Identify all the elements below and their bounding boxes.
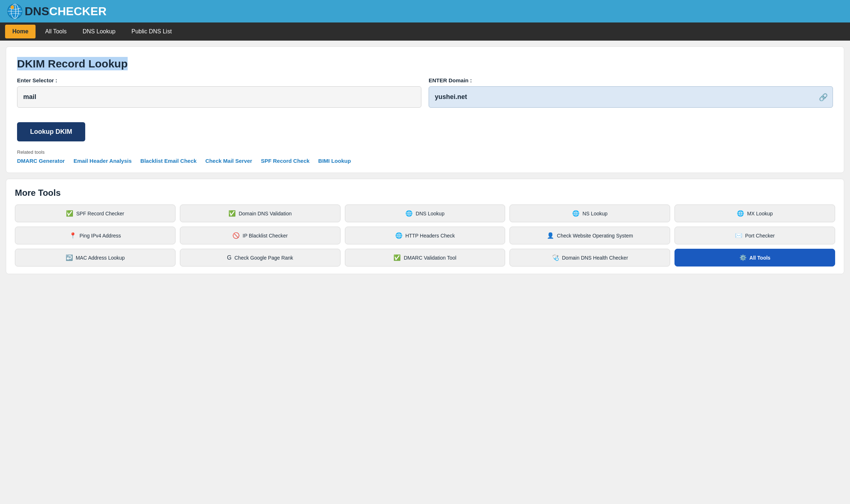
site-header: DNSCHECKER <box>0 0 850 22</box>
tool-label-1: Domain DNS Validation <box>239 211 292 216</box>
tools-grid: ✅SPF Record Checker✅Domain DNS Validatio… <box>15 205 835 267</box>
tool-label-9: Port Checker <box>745 233 775 239</box>
tool-btn-9[interactable]: ✉️Port Checker <box>674 227 835 244</box>
tool-label-11: Check Google Page Rank <box>234 255 293 261</box>
tool-btn-10[interactable]: ↩️MAC Address Lookup <box>15 249 176 267</box>
related-label: Related tools <box>17 149 833 155</box>
selector-label: Enter Selector : <box>17 77 421 83</box>
tool-btn-7[interactable]: 🌐HTTP Headers Check <box>345 227 506 244</box>
related-tools: Related tools DMARC Generator Email Head… <box>17 149 833 164</box>
tool-btn-0[interactable]: ✅SPF Record Checker <box>15 205 176 222</box>
related-dmarc-generator[interactable]: DMARC Generator <box>17 158 65 164</box>
tool-btn-2[interactable]: 🌐DNS Lookup <box>345 205 506 222</box>
lookup-dkim-button[interactable]: Lookup DKIM <box>17 122 85 141</box>
selector-group: Enter Selector : <box>17 77 421 108</box>
tool-label-14: All Tools <box>750 255 771 261</box>
tool-icon-7: 🌐 <box>395 232 403 239</box>
tool-label-6: IP Blacklist Checker <box>243 233 288 239</box>
tool-btn-4[interactable]: 🌐MX Lookup <box>674 205 835 222</box>
tool-icon-5: 📍 <box>69 232 77 239</box>
tool-btn-3[interactable]: 🌐NS Lookup <box>509 205 670 222</box>
related-blacklist-email-check[interactable]: Blacklist Email Check <box>140 158 197 164</box>
link-icon: 🔗 <box>819 93 828 102</box>
tool-label-3: NS Lookup <box>582 211 607 216</box>
related-email-header-analysis[interactable]: Email Header Analysis <box>74 158 132 164</box>
related-check-mail-server[interactable]: Check Mail Server <box>205 158 252 164</box>
tool-label-8: Check Website Operating System <box>557 233 633 239</box>
form-row: Enter Selector : ENTER Domain : 🔗 <box>17 77 833 108</box>
domain-group: ENTER Domain : 🔗 <box>429 77 833 108</box>
tool-btn-13[interactable]: 🩺Domain DNS Health Checker <box>509 249 670 267</box>
tool-label-0: SPF Record Checker <box>76 211 124 216</box>
main-card: DKIM Record Lookup Enter Selector : ENTE… <box>6 46 844 173</box>
tool-icon-14: ⚙️ <box>739 254 747 261</box>
tool-icon-0: ✅ <box>66 210 73 217</box>
tool-icon-4: 🌐 <box>737 210 744 217</box>
page-title: DKIM Record Lookup <box>17 57 128 70</box>
main-nav: Home All Tools DNS Lookup Public DNS Lis… <box>0 22 850 41</box>
tool-label-2: DNS Lookup <box>416 211 444 216</box>
domain-label: ENTER Domain : <box>429 77 833 83</box>
globe-icon <box>7 4 22 19</box>
tool-icon-9: ✉️ <box>735 232 742 239</box>
more-tools-title: More Tools <box>15 188 835 198</box>
svg-point-3 <box>11 5 14 9</box>
tool-label-12: DMARC Validation Tool <box>404 255 456 261</box>
related-bimi-lookup[interactable]: BIMI Lookup <box>318 158 351 164</box>
tool-icon-12: ✅ <box>393 254 401 261</box>
logo-dns: DNS <box>25 5 49 18</box>
tool-btn-14[interactable]: ⚙️All Tools <box>674 249 835 267</box>
tool-btn-8[interactable]: 👤Check Website Operating System <box>509 227 670 244</box>
selector-input[interactable] <box>17 86 421 108</box>
tool-icon-10: ↩️ <box>66 254 73 261</box>
tool-label-5: Ping IPv4 Address <box>79 233 121 239</box>
tool-icon-3: 🌐 <box>572 210 579 217</box>
related-links: DMARC Generator Email Header Analysis Bl… <box>17 158 833 164</box>
tool-icon-1: ✅ <box>228 210 236 217</box>
nav-dns-lookup[interactable]: DNS Lookup <box>75 22 124 41</box>
domain-input[interactable] <box>429 86 833 108</box>
site-logo: DNSCHECKER <box>25 5 107 18</box>
tool-btn-5[interactable]: 📍Ping IPv4 Address <box>15 227 176 244</box>
nav-public-dns[interactable]: Public DNS List <box>123 22 180 41</box>
nav-home[interactable]: Home <box>5 25 36 38</box>
tool-label-7: HTTP Headers Check <box>405 233 455 239</box>
tool-icon-11: G <box>227 255 231 261</box>
nav-all-tools[interactable]: All Tools <box>37 22 74 41</box>
related-spf-record-check[interactable]: SPF Record Check <box>261 158 309 164</box>
tool-btn-6[interactable]: 🚫IP Blacklist Checker <box>180 227 341 244</box>
tool-btn-1[interactable]: ✅Domain DNS Validation <box>180 205 341 222</box>
tool-btn-11[interactable]: GCheck Google Page Rank <box>180 249 341 267</box>
tool-icon-2: 🌐 <box>405 210 413 217</box>
tool-icon-8: 👤 <box>547 232 554 239</box>
tool-icon-6: 🚫 <box>232 232 240 239</box>
tool-label-4: MX Lookup <box>747 211 773 216</box>
domain-wrapper: 🔗 <box>429 86 833 108</box>
tool-label-13: Domain DNS Health Checker <box>562 255 628 261</box>
tool-btn-12[interactable]: ✅DMARC Validation Tool <box>345 249 506 267</box>
tool-icon-13: 🩺 <box>552 254 559 261</box>
logo-checker: CHECKER <box>49 5 107 18</box>
tool-label-10: MAC Address Lookup <box>76 255 125 261</box>
more-tools-card: More Tools ✅SPF Record Checker✅Domain DN… <box>6 179 844 274</box>
